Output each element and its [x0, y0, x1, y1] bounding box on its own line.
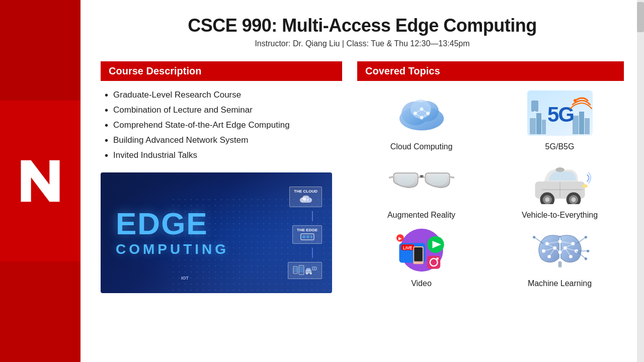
scrollbar[interactable] — [637, 0, 644, 362]
svg-point-20 — [313, 267, 315, 269]
sidebar-bottom-decoration — [0, 261, 80, 362]
svg-point-98 — [587, 249, 589, 252]
topic-5g: 5G 5G/B5G — [496, 88, 624, 151]
svg-point-59 — [555, 167, 565, 172]
svg-point-30 — [420, 107, 423, 111]
v2x-icon — [527, 156, 593, 207]
svg-rect-34 — [530, 118, 536, 134]
left-column: Course Description Graduate-Level Resear… — [101, 61, 342, 352]
svg-rect-39 — [585, 118, 590, 134]
topic-ar: Augmented Reality — [357, 156, 486, 220]
sidebar-top-decoration — [0, 0, 80, 101]
cloud-box: THE CLOUD — [289, 187, 322, 207]
svg-rect-103 — [558, 261, 561, 267]
svg-rect-16 — [306, 268, 310, 271]
topic-cloud-computing: Cloud Computing — [357, 88, 486, 151]
svg-point-72 — [436, 257, 439, 259]
5g-icon: 5G — [527, 88, 593, 138]
bullet-item-3: Comprehend State-of-the-Art Edge Computi… — [105, 118, 342, 133]
bullet-item-2: Combination of Lecture and Seminar — [105, 103, 342, 118]
ar-label: Augmented Reality — [387, 211, 455, 220]
svg-line-48 — [449, 177, 454, 178]
page-title: CSCE 990: Multi-Access Edge Computing — [101, 15, 624, 36]
svg-rect-35 — [536, 113, 541, 134]
ml-label: Machine Learning — [528, 279, 592, 288]
page-subtitle: Instructor: Dr. Qiang Liu | Class: Tue &… — [101, 39, 624, 48]
main-content: CSCE 990: Multi-Access Edge Computing In… — [80, 0, 644, 362]
bullet-item-4: Building Advanced Network System — [105, 133, 342, 148]
topic-video: LIVE ▶ — [357, 225, 486, 288]
bullet-item-1: Graduate-Level Research Course — [105, 88, 342, 103]
topic-v2x: Vehicle-to-Everything — [496, 156, 624, 220]
video-icon: LIVE ▶ — [389, 225, 454, 275]
svg-point-58 — [582, 184, 588, 188]
svg-point-41 — [574, 99, 577, 102]
svg-line-47 — [389, 177, 393, 178]
svg-rect-36 — [542, 120, 546, 134]
svg-point-32 — [420, 116, 423, 119]
scrollbar-thumb[interactable] — [637, 2, 644, 32]
course-description-header: Course Description — [101, 61, 342, 81]
course-bullet-list: Graduate-Level Research Course Combinati… — [101, 88, 342, 163]
bullet-item-5: Invited Industrial Talks — [105, 148, 342, 163]
svg-text:LIVE: LIVE — [403, 245, 412, 250]
v2x-label: Vehicle-to-Everything — [522, 211, 598, 220]
covered-topics-header: Covered Topics — [357, 61, 624, 81]
svg-rect-12 — [294, 267, 297, 272]
sidebar — [0, 0, 80, 362]
svg-rect-43 — [532, 102, 538, 110]
svg-point-100 — [584, 257, 587, 260]
video-label: Video — [411, 279, 432, 288]
right-column: Covered Topics — [357, 61, 624, 352]
5g-label: 5G/B5G — [545, 142, 575, 151]
topics-grid: Cloud Computing — [357, 88, 624, 288]
svg-point-46 — [428, 174, 447, 186]
svg-point-29 — [413, 112, 417, 115]
title-area: CSCE 990: Multi-Access Edge Computing In… — [101, 15, 624, 48]
edge-box: THE EDGE — [292, 225, 322, 244]
ml-icon — [527, 225, 593, 275]
svg-rect-8 — [302, 235, 305, 238]
svg-point-44 — [534, 111, 535, 113]
edge-text: EDGE COMPUTING — [116, 208, 229, 257]
svg-text:▶: ▶ — [398, 236, 401, 241]
iot-box — [288, 262, 322, 279]
svg-point-45 — [396, 174, 415, 186]
svg-point-96 — [584, 236, 587, 238]
content-row: Course Description Graduate-Level Resear… — [101, 61, 624, 352]
edge-diagram: THE CLOUD THE EDGE — [288, 187, 322, 279]
ar-icon — [389, 156, 454, 207]
svg-rect-14 — [299, 266, 303, 273]
connection-line-2 — [312, 248, 313, 258]
university-logo — [13, 153, 68, 209]
svg-point-17 — [306, 273, 308, 275]
svg-point-57 — [571, 198, 576, 202]
svg-point-54 — [545, 198, 549, 202]
svg-rect-38 — [579, 112, 584, 134]
edge-label: EDGE — [116, 208, 229, 239]
svg-point-102 — [533, 236, 535, 238]
svg-rect-70 — [427, 255, 440, 268]
topic-ml: Machine Learning — [496, 225, 624, 288]
svg-point-18 — [310, 273, 312, 275]
edge-computing-image: EDGE COMPUTING THE CLOUD — [101, 172, 332, 293]
svg-rect-67 — [414, 247, 423, 261]
cloud-computing-label: Cloud Computing — [390, 142, 453, 151]
connection-line — [312, 211, 313, 221]
svg-text:5G: 5G — [547, 103, 574, 126]
iot-label: IOT — [181, 276, 189, 281]
computing-label: COMPUTING — [116, 241, 229, 257]
cloud-computing-icon — [389, 88, 454, 138]
svg-point-31 — [426, 112, 430, 115]
svg-rect-10 — [310, 235, 312, 238]
svg-point-50 — [421, 175, 423, 177]
svg-rect-9 — [306, 235, 309, 238]
